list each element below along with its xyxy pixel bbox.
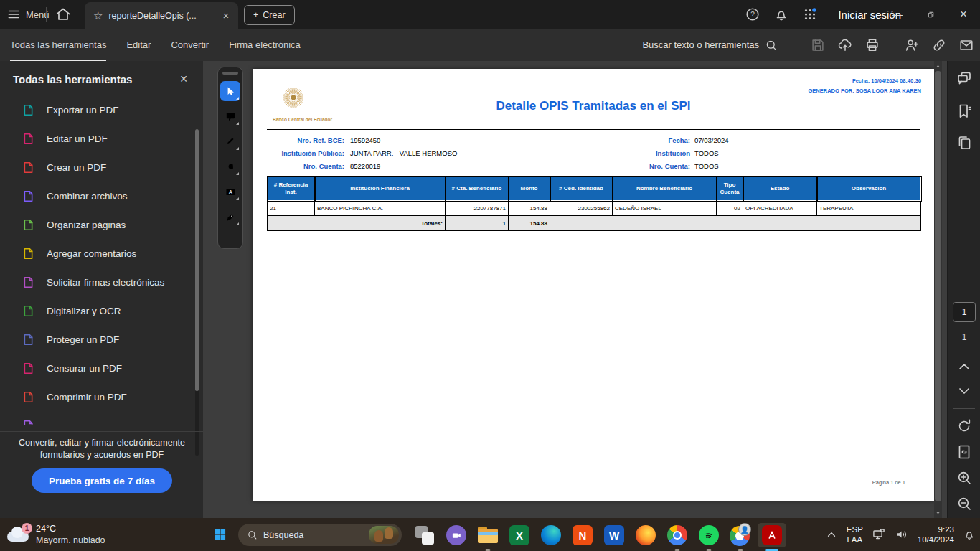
comments-icon[interactable] [956, 70, 973, 87]
meta-value: 85220019 [350, 162, 380, 170]
create-label: Crear [263, 10, 285, 20]
create-tab-button[interactable]: + Crear [244, 5, 295, 25]
weather-cloud-icon: 1 [6, 526, 30, 543]
rotate-icon[interactable] [956, 418, 973, 435]
page-number-box[interactable]: 1 [953, 302, 976, 322]
table-cell: 2300255862 [550, 201, 613, 216]
taskbar-app-nitro-pdf[interactable]: N [568, 523, 597, 547]
help-icon[interactable]: ? [745, 6, 760, 22]
text-select-tool[interactable]: A [220, 182, 240, 202]
table-cell: 02 [717, 201, 743, 216]
tab-close-icon[interactable]: × [218, 8, 234, 24]
volume-icon[interactable] [895, 527, 909, 542]
notifications-icon[interactable] [773, 6, 789, 22]
notification-bell-icon[interactable] [963, 528, 976, 541]
cloud-upload-icon[interactable] [837, 37, 853, 53]
meta-value: JUNTA PARR. - VALLE HERMOSO [350, 149, 457, 157]
home-button[interactable] [55, 6, 72, 23]
redact-pdf-icon [22, 362, 35, 375]
sidebar-item-label: Solicitar firmas electrónicas [47, 277, 164, 288]
taskbar-app-chrome[interactable] [663, 523, 692, 547]
menu-button[interactable]: Menú [7, 0, 50, 29]
sidebar-item-cutoff-item[interactable] [0, 411, 198, 425]
select-tool[interactable] [220, 81, 240, 101]
taskbar-app-acrobat[interactable] [758, 523, 786, 547]
toolbar-tab-firma-electr-nica[interactable]: Firma electrónica [229, 29, 301, 61]
start-button[interactable] [208, 523, 232, 546]
draw-tool[interactable] [220, 156, 240, 176]
sidebar-item-compress-pdf[interactable]: Comprimir un PDF [0, 382, 198, 411]
sidebar-item-create-pdf[interactable]: Crear un PDF [0, 153, 198, 182]
taskbar-app-word[interactable]: W [600, 523, 628, 547]
document-tab[interactable]: ☆ reporteDetalleOpis (... × [85, 2, 238, 29]
minimize-button[interactable]: — [881, 0, 914, 29]
taskbar-app-chrome-profile[interactable]: 👤 [726, 523, 755, 547]
add-comments-icon [22, 247, 35, 260]
fill-sign-tool[interactable] [220, 207, 240, 227]
taskbar-app-file-explorer[interactable] [473, 523, 502, 547]
toolbar-tab-convertir[interactable]: Convertir [171, 29, 209, 61]
free-trial-button[interactable]: Prueba gratis de 7 días [32, 468, 172, 493]
plus-icon: + [253, 10, 258, 20]
scroll-down-icon[interactable] [934, 509, 942, 517]
taskbar-app-video-app[interactable] [442, 523, 471, 547]
tools-panel: Todas las herramientas ✕ Exportar un PDF… [0, 61, 203, 518]
sidebar-item-protect-pdf[interactable]: Proteger un PDF [0, 325, 198, 354]
request-signatures-icon [22, 276, 35, 289]
compress-pdf-icon [22, 390, 35, 404]
bookmarks-icon[interactable] [956, 103, 973, 120]
email-icon[interactable] [958, 37, 974, 53]
zoom-out-icon[interactable] [956, 495, 973, 512]
tray-expand-icon[interactable] [825, 528, 838, 541]
scroll-up-icon[interactable] [934, 62, 942, 70]
protect-pdf-icon [22, 333, 35, 347]
clock[interactable]: 9:2310/4/2024 [918, 524, 954, 545]
taskbar-search[interactable]: Búsqueda [238, 524, 402, 546]
taskbar-app-excel[interactable]: X [505, 523, 534, 547]
language-indicator[interactable]: ESPLAA [847, 524, 863, 545]
drag-handle[interactable] [222, 72, 238, 75]
taskbar-app-edge[interactable] [537, 523, 565, 547]
sidebar-item-export-pdf[interactable]: Exportar un PDF [0, 95, 198, 124]
next-page-icon[interactable] [956, 382, 973, 400]
sidebar-item-scan-ocr[interactable]: Digitalizar y OCR [0, 296, 198, 325]
network-icon[interactable] [872, 527, 886, 542]
page-thumbnails-icon[interactable] [956, 134, 973, 151]
report-generated-info: Fecha: 10/04/2024 08:40:36 GENERADO POR:… [808, 76, 921, 97]
sidebar-item-edit-pdf[interactable]: Editar un PDF [0, 124, 198, 153]
panel-close-icon[interactable]: ✕ [175, 70, 192, 88]
panel-scrollbar-thumb[interactable] [195, 129, 199, 391]
sidebar-item-redact-pdf[interactable]: Censurar un PDF [0, 354, 198, 382]
table-cell: 154.88 [509, 201, 550, 216]
fit-page-icon[interactable] [956, 443, 973, 461]
prev-page-icon[interactable] [956, 358, 973, 375]
meta-value: 19592450 [350, 136, 380, 144]
document-scrollbar-thumb[interactable] [935, 71, 941, 501]
sidebar-item-label: Digitalizar y OCR [47, 306, 121, 316]
star-icon[interactable]: ☆ [93, 9, 103, 22]
highlight-tool[interactable] [220, 131, 240, 151]
add-user-icon[interactable] [904, 37, 920, 53]
table-header: Institución Financiera [315, 177, 446, 201]
search-tools-button[interactable]: Buscar texto o herramientas [642, 29, 778, 61]
weather-temp: 24°C [36, 523, 105, 534]
close-button[interactable]: × [947, 0, 980, 29]
taskbar-app-firefox[interactable] [631, 523, 660, 547]
apps-grid-icon[interactable] [802, 6, 818, 22]
taskbar-app-spotify[interactable] [694, 523, 723, 547]
maximize-button[interactable] [914, 0, 947, 29]
sidebar-item-combine-files[interactable]: Combinar archivos [0, 182, 198, 210]
report-title: Detalle OPIS Tramitadas en el SPI [253, 99, 934, 113]
sidebar-item-add-comments[interactable]: Agregar comentarios [0, 239, 198, 268]
taskbar-app-task-view[interactable] [410, 523, 439, 547]
weather-widget[interactable]: 1 24°C Mayorm. nublado [6, 521, 105, 548]
divider [892, 38, 892, 52]
add-comment-tool[interactable] [220, 106, 240, 126]
link-icon[interactable] [931, 37, 947, 53]
print-icon[interactable] [864, 37, 880, 53]
toolbar-tab-todas-las-herramientas[interactable]: Todas las herramientas [10, 29, 106, 61]
sidebar-item-request-signatures[interactable]: Solicitar firmas electrónicas [0, 268, 198, 296]
sidebar-item-organize-pages[interactable]: Organizar páginas [0, 210, 198, 239]
zoom-in-icon[interactable] [956, 469, 973, 486]
toolbar-tab-editar[interactable]: Editar [126, 29, 151, 61]
